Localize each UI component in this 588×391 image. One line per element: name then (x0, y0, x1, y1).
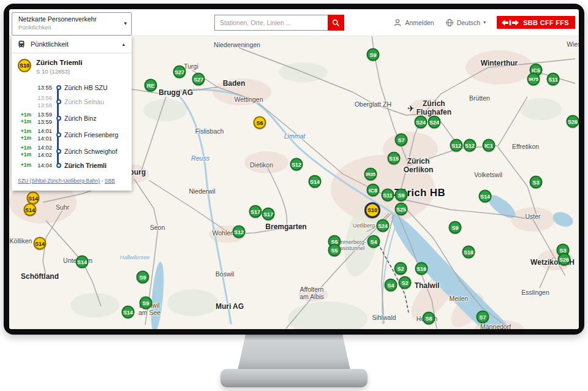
line-badge-s14[interactable]: S14 (27, 192, 40, 205)
line-badge-s17[interactable]: S17 (262, 208, 275, 221)
line-badge-s7[interactable]: S7 (395, 134, 408, 146)
line-badge-s7[interactable]: S7 (477, 311, 489, 324)
line-badge-s24[interactable]: S24 (428, 116, 441, 129)
map-label: ✈ZürichFlughafen (407, 100, 451, 117)
route-stop[interactable]: +1m+1m14:0114:01Zürich Friesenberg (17, 126, 128, 143)
line-badge-s12[interactable]: S12 (464, 139, 477, 152)
map-label: Schöftland (21, 272, 59, 281)
line-badge-s26[interactable]: S26 (558, 253, 571, 266)
login-button[interactable]: Anmelden (393, 18, 434, 27)
line-badge-s12[interactable]: S12 (233, 226, 246, 238)
line-badge-s27[interactable]: S27 (192, 73, 205, 86)
map-label: Brütten (469, 94, 490, 102)
line-badge-s2[interactable]: S2 (399, 276, 412, 289)
line-badge-ic8[interactable]: IC8 (367, 184, 380, 197)
map-label: Baden (223, 79, 246, 88)
line-badge-s9[interactable]: S9 (449, 221, 462, 234)
timeline-dot (56, 116, 61, 121)
line-badge-s10[interactable]: S10 (364, 202, 380, 218)
line-badge-s9[interactable]: S9 (140, 297, 153, 309)
timeline-dot (56, 85, 61, 90)
map-label: Affolternam Albis (300, 286, 324, 300)
line-badge-s8[interactable]: S8 (423, 312, 435, 325)
collapse-chevron-icon[interactable]: ▴ (121, 41, 126, 47)
line-badge-re[interactable]: RE (145, 79, 157, 92)
line-badge-s24[interactable]: S24 (415, 116, 428, 129)
stop-name: Zürich HB SZU (64, 84, 108, 91)
map-label: Wettingen (234, 96, 263, 103)
operator-link[interactable]: SZU (Sihltal-Zürich-Uetliberg-Bahn) (18, 178, 100, 184)
footer-separator: - (100, 178, 105, 184)
sbb-arrows-icon (502, 19, 519, 26)
line-badge-s17[interactable]: S17 (249, 205, 262, 218)
line-badge-s2[interactable]: S2 (394, 262, 407, 275)
line-badge-s18[interactable]: S18 (462, 246, 475, 259)
line-badge-s14[interactable]: S14 (34, 237, 47, 250)
line-badge-s4[interactable]: S4 (368, 235, 380, 248)
map-label: ZürichOerlikon (404, 158, 434, 175)
map-label: Meilen (450, 295, 469, 302)
line-badge-s27[interactable]: S27 (173, 66, 186, 78)
line-badge-s26[interactable]: S26 (567, 115, 579, 128)
search-button[interactable] (328, 15, 344, 31)
line-badge-ir75[interactable]: IR75 (527, 73, 540, 86)
stop-name: Zürich Friesenberg (64, 131, 118, 139)
line-badge-s14[interactable]: S14 (479, 190, 492, 203)
punctuality-panel: Pünktlichkeit ▴ S10 Zürich Triemli S 10 … (12, 36, 132, 191)
route-stop[interactable]: +1m14:04Zürich Triemli (17, 159, 128, 171)
line-badge-s14[interactable]: S14 (122, 306, 135, 319)
map-label: Brugg AG (159, 88, 193, 97)
line-badge-s16[interactable]: S16 (415, 262, 428, 275)
airplane-icon: ✈ (407, 104, 415, 113)
line-badge-s6[interactable]: S6 (254, 116, 266, 129)
language-label: Deutsch (457, 19, 481, 26)
line-badge-s9[interactable]: S9 (367, 48, 380, 61)
train-icon (17, 40, 26, 48)
line-badge-s15[interactable]: S15 (388, 152, 401, 165)
stop-name: Zürich Triemli (64, 162, 107, 169)
route-name: Zürich Triemli (36, 59, 82, 66)
route-stop[interactable]: 13:5613:56Zürich Selnau (17, 93, 128, 110)
line-badge-s9[interactable]: S9 (395, 189, 408, 202)
line-badge-s11[interactable]: S11 (547, 73, 560, 86)
search-input[interactable] (214, 15, 328, 31)
language-selector[interactable]: Deutsch ▾ (445, 18, 486, 27)
stop-name: Zürich Schweighof (64, 148, 117, 155)
sbb-link[interactable]: SBB (105, 178, 115, 184)
map-label: Niederweningen (214, 41, 260, 48)
line-badge-s4[interactable]: S4 (385, 279, 398, 292)
map-label: Effretikon (512, 143, 539, 150)
line-badge-s9[interactable]: S9 (137, 271, 149, 284)
line-badge-s5[interactable]: S5 (328, 244, 341, 257)
stops-list: 13:55Zürich HB SZU13:5613:56Zürich Selna… (12, 78, 132, 172)
layer-dropdown-title: Netzkarte Personenverkehr (18, 15, 118, 23)
globe-icon (445, 18, 454, 27)
line-badge-s3[interactable]: S3 (530, 176, 543, 189)
timeline-dot (56, 99, 61, 104)
line-badge-ic1[interactable]: IC1 (483, 139, 496, 152)
sbb-logo[interactable]: SBB CFF FFS (497, 16, 575, 29)
line-badge-s25[interactable]: S25 (395, 203, 408, 216)
map-label: Sihlwald (372, 314, 396, 321)
line-badge-s12[interactable]: S12 (290, 158, 303, 171)
line-badge-s14[interactable]: S14 (24, 203, 37, 216)
line-badge-s24[interactable]: S24 (377, 219, 390, 232)
route-stop[interactable]: +1m+1m14:0214:02Zürich Schweighof (17, 143, 128, 159)
layer-dropdown[interactable]: Netzkarte Personenverkehr Pünktlichkeit … (12, 12, 132, 36)
line-badge-s14[interactable]: S14 (309, 175, 322, 188)
lake-pfaeffikersee (551, 210, 575, 229)
timeline-dot (56, 149, 61, 154)
line-badge-s12[interactable]: S12 (450, 139, 463, 152)
line-badge-s14[interactable]: S14 (76, 256, 89, 268)
map-label: Reuss (191, 154, 209, 162)
map-label: Oberglatt ZH (355, 101, 391, 108)
route-stop[interactable]: +1m+1m13:5913:59Zürich Binz (17, 110, 128, 126)
line-badge-ir35[interactable]: IR35 (364, 168, 377, 181)
map-label: Turgi (184, 63, 198, 70)
line-badge-s11[interactable]: S11 (382, 189, 394, 202)
sbb-logo-text: SBB CFF FFS (523, 19, 569, 26)
map-label: Esslingen (521, 289, 549, 296)
screen: NiederweningenTurgiBadenBrugg AGWettinge… (9, 9, 579, 329)
lake-hallwilersee (149, 261, 166, 329)
route-stop[interactable]: 13:55Zürich HB SZU (17, 82, 128, 93)
